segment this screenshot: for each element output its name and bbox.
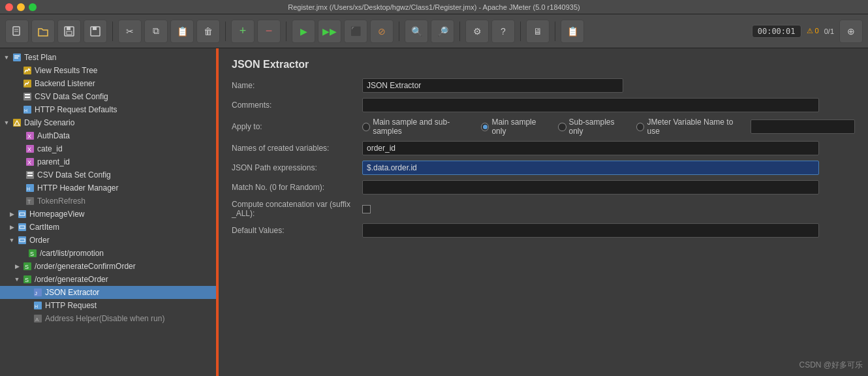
help-button[interactable]: ? [491, 20, 515, 43]
match-no-input[interactable] [362, 180, 819, 195]
radio-dot-main-only [481, 123, 489, 131]
paste-button[interactable]: 📋 [170, 20, 194, 43]
default-input[interactable] [362, 223, 819, 238]
close-button[interactable] [5, 3, 13, 11]
tree-item-http-request[interactable]: ▶ H HTTP Request [0, 299, 216, 312]
name-row: Name: [232, 78, 855, 93]
tree-item-label: /cart/list/promotion [40, 249, 104, 258]
svg-rect-33 [27, 172, 33, 174]
apply-to-row: Apply to: Main sample and sub-samples Ma… [232, 118, 855, 136]
tree-item-label: CartItem [29, 223, 59, 232]
toolbar-right: 00:00:01 ⚠ 0 0/1 ⊕ [752, 20, 863, 43]
tree-item-order-generate[interactable]: ▼ S /order/generateOrder [0, 273, 216, 286]
tree-item-backend-listener[interactable]: ▶ Backend Listener [0, 77, 216, 90]
toolbar-separator-3 [286, 22, 287, 41]
titlebar: Register.jmx (/Users/xs/Desktop/hgwz/Cla… [0, 0, 868, 14]
order-confirm-icon: S [22, 261, 33, 272]
tree-item-label: CSV Data Set Config [37, 170, 111, 180]
new-button[interactable] [5, 20, 29, 43]
name-input[interactable] [362, 78, 623, 93]
shutdown-button[interactable]: ⊘ [370, 20, 394, 43]
delete-button[interactable]: 🗑 [196, 20, 220, 43]
minimize-button[interactable] [17, 3, 25, 11]
http-defaults-icon: H [22, 104, 33, 115]
tree-item-address-helper[interactable]: ▶ A Address Helper(Disable when run) [0, 312, 216, 325]
tree-item-token-refresh[interactable]: ▶ T TokenRefresh [0, 195, 216, 208]
default-values-row: Default Values: [232, 223, 855, 238]
tree-item-http-defaults[interactable]: ▶ H HTTP Request Defaults [0, 103, 216, 116]
save-as-button[interactable] [84, 20, 107, 43]
svg-rect-9 [14, 55, 20, 57]
radio-jmeter-var[interactable]: JMeter Variable Name to use [636, 118, 740, 136]
tree-item-label: Test Plan [24, 53, 56, 62]
remote-button[interactable]: 🖥 [526, 20, 550, 43]
tree-item-label: /order/generateOrder [35, 275, 108, 284]
json-extractor-icon: J [33, 287, 43, 298]
stop-button[interactable]: ⬛ [344, 20, 367, 43]
compute-row: Compute concatenation var (suffix _ALL): [232, 200, 855, 218]
http-request-icon: H [33, 300, 43, 311]
tree-item-label: View Results Tree [35, 66, 98, 75]
jmeter-var-input[interactable] [751, 119, 855, 134]
view-results-icon [22, 65, 33, 76]
clear-all-button[interactable]: 🔎 [431, 20, 454, 43]
radio-sub-only[interactable]: Sub-samples only [558, 118, 626, 136]
comments-input[interactable] [362, 98, 819, 112]
tree-item-test-plan[interactable]: ▼ Test Plan [0, 51, 216, 64]
compute-label: Compute concatenation var (suffix _ALL): [232, 200, 362, 218]
apply-to-label: Apply to: [232, 122, 362, 131]
toolbar-separator-2 [225, 22, 226, 41]
cut-button[interactable]: ✂ [118, 20, 142, 43]
svg-rect-34 [27, 175, 33, 176]
start-button[interactable]: ▶ [292, 20, 315, 43]
tree-item-http-header[interactable]: ▶ H HTTP Header Manager [0, 181, 216, 195]
compute-checkbox[interactable] [362, 205, 371, 213]
radio-dot-jmeter-var [636, 123, 644, 131]
add-button[interactable]: + [231, 20, 255, 43]
save-button[interactable] [57, 20, 81, 43]
remove-button[interactable]: − [257, 20, 281, 43]
tree-item-homepage-view[interactable]: ▶ HomepageView [0, 208, 216, 221]
clear-button[interactable]: 🔍 [405, 20, 428, 43]
backend-listener-icon [22, 78, 33, 89]
settings-button[interactable]: ⊕ [839, 20, 863, 43]
radio-main-only[interactable]: Main sample only [481, 118, 548, 136]
radio-label-main-sub: Main sample and sub-samples [373, 118, 471, 136]
start-no-pauses-button[interactable]: ▶▶ [318, 20, 341, 43]
comments-row: Comments: [232, 98, 855, 112]
names-input[interactable] [362, 141, 819, 155]
tree-item-label: CSV Data Set Config [35, 92, 108, 101]
tree-item-label: AuthData [37, 131, 70, 140]
csv-config-icon [22, 91, 33, 102]
order-generate-icon: S [22, 274, 33, 285]
copy-button[interactable]: ⧉ [144, 20, 168, 43]
json-path-input[interactable] [362, 161, 819, 175]
tree-item-view-results[interactable]: ▶ View Results Tree [0, 64, 216, 77]
tree-item-label: Address Helper(Disable when run) [45, 314, 164, 323]
expand-icon: ▶ [13, 262, 21, 270]
json-path-row: JSON Path expressions: [232, 161, 855, 175]
tree-item-cart-item[interactable]: ▶ CartItem [0, 221, 216, 234]
svg-rect-22 [25, 97, 30, 98]
svg-text:H: H [27, 187, 30, 191]
tree-item-order-confirm[interactable]: ▶ S /order/generateConfirmOrder [0, 260, 216, 273]
tree-item-cart-promotion[interactable]: ▶ S /cart/list/promotion [0, 247, 216, 260]
tree-item-json-extractor[interactable]: ▶ J JSON Extractor [0, 286, 216, 299]
tree-item-order[interactable]: ▼ Order [0, 234, 216, 247]
log-button[interactable]: 📋 [561, 20, 584, 43]
search-button[interactable]: ⚙ [465, 20, 489, 43]
tree-item-csv-config2[interactable]: ▶ CSV Data Set Config [0, 168, 216, 181]
tree-item-auth-data[interactable]: ▶ X AuthData [0, 129, 216, 142]
csv-config2-icon [25, 170, 35, 180]
apply-to-radio-group: Main sample and sub-samples Main sample … [362, 118, 855, 136]
radio-main-sub[interactable]: Main sample and sub-samples [362, 118, 471, 136]
tree-item-cate-id[interactable]: ▶ X cate_id [0, 142, 216, 155]
tree-item-parent-id[interactable]: ▶ X parent_id [0, 155, 216, 168]
maximize-button[interactable] [29, 3, 37, 11]
window-title: Register.jmx (/Users/xs/Desktop/hgwz/Cla… [288, 3, 580, 11]
open-button[interactable] [31, 20, 55, 43]
svg-text:S: S [30, 251, 34, 257]
names-label: Names of created variables: [232, 144, 362, 153]
tree-item-csv-config[interactable]: ▶ CSV Data Set Config [0, 90, 216, 103]
tree-item-daily-scenario[interactable]: ▼ Daily Scenario [0, 116, 216, 129]
